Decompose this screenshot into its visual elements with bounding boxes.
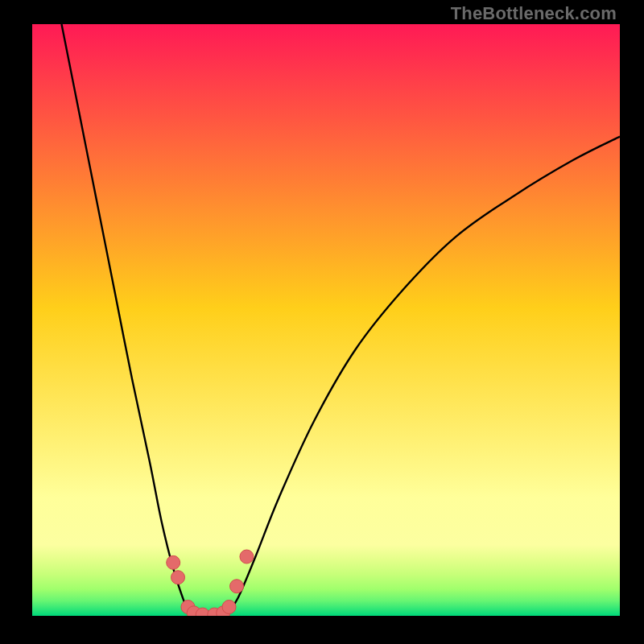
data-marker <box>230 580 244 593</box>
curve-layer <box>32 24 620 616</box>
chart-frame: TheBottleneck.com <box>0 0 644 644</box>
curve-left-branch <box>62 24 192 616</box>
data-marker <box>171 571 185 584</box>
watermark-text: TheBottleneck.com <box>451 3 617 24</box>
plot-area <box>32 24 620 616</box>
data-marker <box>222 600 236 613</box>
data-marker <box>240 550 254 564</box>
series-group <box>62 24 621 616</box>
data-marker <box>167 555 180 569</box>
curve-right-branch <box>226 137 620 616</box>
marker-group <box>167 550 254 616</box>
